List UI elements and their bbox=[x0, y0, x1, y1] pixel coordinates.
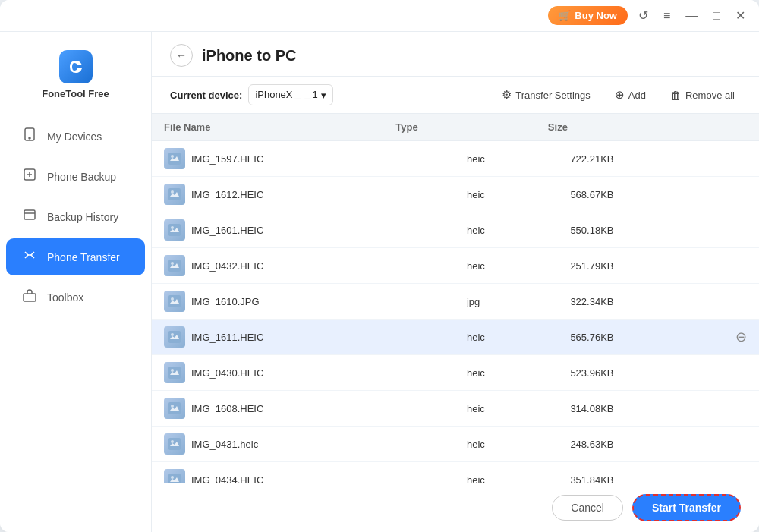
menu-icon[interactable]: ≡ bbox=[659, 6, 675, 26]
transfer-settings-button[interactable]: ⚙ Transfer Settings bbox=[496, 84, 597, 105]
file-name: IMG_1597.HEIC bbox=[191, 153, 263, 165]
sidebar-item-phone-transfer[interactable]: Phone Transfer bbox=[6, 238, 145, 275]
file-thumbnail-icon bbox=[164, 362, 185, 383]
file-name: IMG_0431.heic bbox=[191, 439, 258, 450]
table-row[interactable]: IMG_1611.HEIC heic 565.76KB ⊖ bbox=[152, 320, 759, 355]
file-name: IMG_0434.HEIC bbox=[191, 474, 263, 483]
table-row[interactable]: IMG_0431.heic heic 248.63KB bbox=[152, 427, 759, 462]
file-action-cell bbox=[723, 248, 759, 284]
svg-point-15 bbox=[171, 297, 174, 301]
file-thumbnail-icon bbox=[164, 184, 185, 205]
svg-rect-5 bbox=[24, 294, 36, 301]
file-table-body: IMG_1597.HEIC heic 722.21KB bbox=[152, 141, 759, 483]
file-name: IMG_1612.HEIC bbox=[191, 189, 263, 200]
file-type: heic bbox=[455, 248, 558, 284]
toolbar-left: Current device: iPhoneX＿＿1 ▾ bbox=[170, 84, 487, 105]
svg-point-1 bbox=[29, 137, 30, 139]
file-type: heic bbox=[455, 391, 558, 427]
add-icon: ⊕ bbox=[615, 88, 625, 102]
phone-transfer-icon bbox=[21, 247, 38, 266]
file-name-cell: IMG_1612.HEIC bbox=[152, 177, 455, 212]
svg-rect-3 bbox=[24, 210, 35, 219]
device-selector[interactable]: iPhoneX＿＿1 ▾ bbox=[248, 84, 332, 105]
sidebar-item-phone-backup[interactable]: Phone Backup bbox=[6, 158, 145, 195]
file-name-cell: IMG_1608.HEIC bbox=[152, 391, 455, 427]
cancel-button[interactable]: Cancel bbox=[552, 495, 623, 521]
table-row[interactable]: IMG_0430.HEIC heic 523.96KB bbox=[152, 355, 759, 391]
svg-point-17 bbox=[171, 333, 174, 336]
svg-point-9 bbox=[171, 190, 174, 194]
column-type: Type bbox=[383, 114, 536, 141]
toolbar: Current device: iPhoneX＿＿1 ▾ ⚙ Transfer … bbox=[152, 77, 759, 114]
file-table-wrapper: File Name Type Size bbox=[152, 114, 759, 483]
file-size: 565.76KB bbox=[558, 320, 723, 355]
remove-all-button[interactable]: 🗑 Remove all bbox=[664, 85, 741, 105]
file-size: 550.18KB bbox=[558, 212, 723, 248]
svg-rect-18 bbox=[168, 367, 181, 379]
add-button[interactable]: ⊕ Add bbox=[609, 84, 652, 105]
file-action-cell bbox=[723, 391, 759, 427]
svg-point-23 bbox=[171, 440, 174, 443]
file-table: File Name Type Size bbox=[152, 114, 759, 141]
file-size: 248.63KB bbox=[558, 427, 723, 462]
remove-item-icon[interactable]: ⊖ bbox=[735, 329, 747, 345]
file-action-cell bbox=[723, 462, 759, 483]
file-name-cell: IMG_0434.HEIC bbox=[152, 462, 455, 483]
file-type: heic bbox=[455, 355, 558, 391]
file-type: jpg bbox=[455, 284, 558, 320]
file-name: IMG_0430.HEIC bbox=[191, 367, 263, 379]
svg-point-13 bbox=[171, 262, 174, 265]
svg-rect-16 bbox=[168, 331, 181, 343]
cart-icon: 🛒 bbox=[559, 10, 571, 21]
file-name-cell: IMG_0432.HEIC bbox=[152, 248, 455, 284]
file-type: heic bbox=[455, 212, 558, 248]
svg-point-7 bbox=[171, 155, 174, 158]
file-name-cell: IMG_1611.HEIC bbox=[152, 320, 455, 355]
close-icon[interactable]: ✕ bbox=[731, 5, 750, 26]
table-row[interactable]: IMG_1597.HEIC heic 722.21KB bbox=[152, 141, 759, 177]
table-scroll[interactable]: IMG_1597.HEIC heic 722.21KB bbox=[152, 141, 759, 483]
content-area: ← iPhone to PC Current device: iPhoneX＿＿… bbox=[152, 32, 759, 532]
svg-rect-10 bbox=[168, 224, 181, 236]
trash-icon: 🗑 bbox=[670, 89, 682, 102]
back-button[interactable]: ← bbox=[170, 44, 193, 67]
remove-all-label: Remove all bbox=[685, 90, 735, 101]
minimize-icon[interactable]: — bbox=[681, 6, 702, 26]
toolbar-right: ⚙ Transfer Settings ⊕ Add 🗑 Remove all bbox=[496, 84, 741, 105]
svg-rect-6 bbox=[168, 153, 181, 165]
page-title: iPhone to PC bbox=[202, 47, 296, 65]
file-size: 314.08KB bbox=[558, 391, 723, 427]
svg-rect-12 bbox=[168, 260, 181, 272]
svg-point-25 bbox=[171, 476, 174, 479]
logo-icon bbox=[59, 50, 93, 83]
table-row[interactable]: IMG_1608.HEIC heic 314.08KB bbox=[152, 391, 759, 427]
sidebar-item-my-devices[interactable]: My Devices bbox=[6, 118, 145, 155]
file-thumbnail-icon bbox=[164, 291, 185, 312]
table-row[interactable]: IMG_1610.JPG jpg 322.34KB bbox=[152, 284, 759, 320]
file-action-cell bbox=[723, 355, 759, 391]
table-row[interactable]: IMG_1612.HEIC heic 568.67KB bbox=[152, 177, 759, 212]
table-row[interactable]: IMG_0432.HEIC heic 251.79KB bbox=[152, 248, 759, 284]
file-size: 351.84KB bbox=[558, 462, 723, 483]
file-size: 568.67KB bbox=[558, 177, 723, 212]
undo-icon[interactable]: ↺ bbox=[634, 5, 653, 26]
file-name-cell: IMG_1601.HEIC bbox=[152, 212, 455, 248]
maximize-icon[interactable]: □ bbox=[708, 6, 725, 26]
file-action-cell bbox=[723, 141, 759, 177]
phone-backup-icon bbox=[21, 167, 38, 186]
table-row[interactable]: IMG_0434.HEIC heic 351.84KB bbox=[152, 462, 759, 483]
file-type: heic bbox=[455, 177, 558, 212]
buy-now-button[interactable]: 🛒 Buy Now bbox=[548, 6, 628, 25]
file-size: 251.79KB bbox=[558, 248, 723, 284]
table-row[interactable]: IMG_1601.HEIC heic 550.18KB bbox=[152, 212, 759, 248]
start-transfer-button[interactable]: Start Transfer bbox=[632, 494, 741, 521]
file-name: IMG_1611.HEIC bbox=[191, 332, 263, 343]
sidebar-item-backup-history[interactable]: Backup History bbox=[6, 198, 145, 235]
file-type: heic bbox=[455, 427, 558, 462]
add-label: Add bbox=[628, 90, 646, 101]
file-action-cell bbox=[723, 427, 759, 462]
bottom-bar: Cancel Start Transfer bbox=[152, 483, 759, 532]
sidebar-item-label: Phone Backup bbox=[47, 171, 116, 183]
file-thumbnail-icon bbox=[164, 469, 185, 483]
sidebar-item-toolbox[interactable]: Toolbox bbox=[6, 279, 145, 316]
